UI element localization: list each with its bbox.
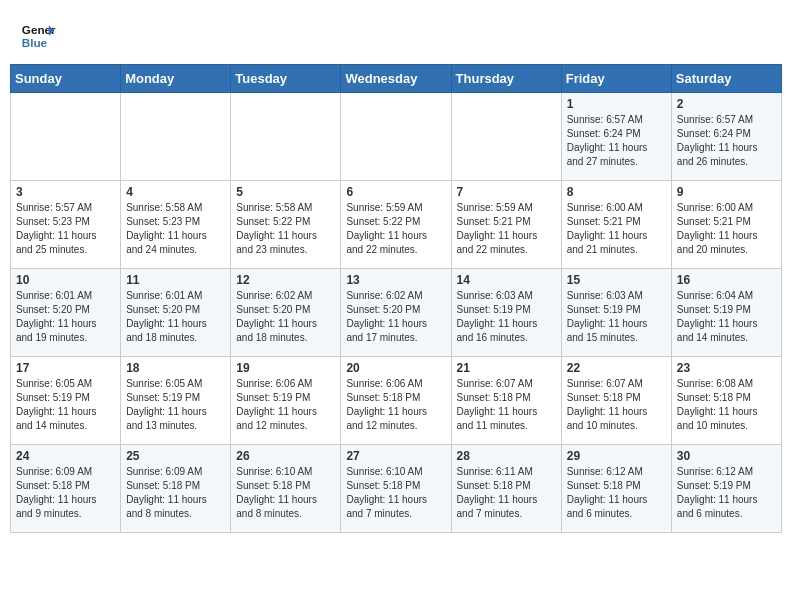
header-saturday: Saturday [671, 65, 781, 93]
calendar-cell: 17Sunrise: 6:05 AM Sunset: 5:19 PM Dayli… [11, 357, 121, 445]
cell-content: Sunrise: 6:07 AM Sunset: 5:18 PM Dayligh… [457, 377, 556, 433]
calendar-cell: 22Sunrise: 6:07 AM Sunset: 5:18 PM Dayli… [561, 357, 671, 445]
day-number: 4 [126, 185, 225, 199]
calendar-cell [231, 93, 341, 181]
day-number: 20 [346, 361, 445, 375]
calendar-cell: 29Sunrise: 6:12 AM Sunset: 5:18 PM Dayli… [561, 445, 671, 533]
calendar-cell: 2Sunrise: 6:57 AM Sunset: 6:24 PM Daylig… [671, 93, 781, 181]
day-number: 18 [126, 361, 225, 375]
calendar-cell: 25Sunrise: 6:09 AM Sunset: 5:18 PM Dayli… [121, 445, 231, 533]
day-number: 5 [236, 185, 335, 199]
day-number: 9 [677, 185, 776, 199]
cell-content: Sunrise: 5:59 AM Sunset: 5:21 PM Dayligh… [457, 201, 556, 257]
calendar-cell: 1Sunrise: 6:57 AM Sunset: 6:24 PM Daylig… [561, 93, 671, 181]
cell-content: Sunrise: 6:57 AM Sunset: 6:24 PM Dayligh… [677, 113, 776, 169]
day-number: 29 [567, 449, 666, 463]
cell-content: Sunrise: 5:57 AM Sunset: 5:23 PM Dayligh… [16, 201, 115, 257]
cell-content: Sunrise: 5:58 AM Sunset: 5:23 PM Dayligh… [126, 201, 225, 257]
header: General Blue [10, 10, 782, 58]
calendar-cell: 10Sunrise: 6:01 AM Sunset: 5:20 PM Dayli… [11, 269, 121, 357]
calendar-cell: 8Sunrise: 6:00 AM Sunset: 5:21 PM Daylig… [561, 181, 671, 269]
cell-content: Sunrise: 6:12 AM Sunset: 5:19 PM Dayligh… [677, 465, 776, 521]
calendar-cell: 18Sunrise: 6:05 AM Sunset: 5:19 PM Dayli… [121, 357, 231, 445]
cell-content: Sunrise: 6:05 AM Sunset: 5:19 PM Dayligh… [16, 377, 115, 433]
cell-content: Sunrise: 6:03 AM Sunset: 5:19 PM Dayligh… [567, 289, 666, 345]
day-number: 11 [126, 273, 225, 287]
cell-content: Sunrise: 6:02 AM Sunset: 5:20 PM Dayligh… [236, 289, 335, 345]
calendar-cell [341, 93, 451, 181]
calendar-cell: 11Sunrise: 6:01 AM Sunset: 5:20 PM Dayli… [121, 269, 231, 357]
day-number: 30 [677, 449, 776, 463]
logo-icon: General Blue [20, 18, 56, 54]
calendar-cell: 21Sunrise: 6:07 AM Sunset: 5:18 PM Dayli… [451, 357, 561, 445]
header-wednesday: Wednesday [341, 65, 451, 93]
calendar-cell: 15Sunrise: 6:03 AM Sunset: 5:19 PM Dayli… [561, 269, 671, 357]
cell-content: Sunrise: 6:11 AM Sunset: 5:18 PM Dayligh… [457, 465, 556, 521]
week-row-1: 1Sunrise: 6:57 AM Sunset: 6:24 PM Daylig… [11, 93, 782, 181]
header-monday: Monday [121, 65, 231, 93]
day-number: 7 [457, 185, 556, 199]
calendar-cell: 3Sunrise: 5:57 AM Sunset: 5:23 PM Daylig… [11, 181, 121, 269]
cell-content: Sunrise: 6:57 AM Sunset: 6:24 PM Dayligh… [567, 113, 666, 169]
cell-content: Sunrise: 6:00 AM Sunset: 5:21 PM Dayligh… [567, 201, 666, 257]
day-number: 6 [346, 185, 445, 199]
calendar-cell: 5Sunrise: 5:58 AM Sunset: 5:22 PM Daylig… [231, 181, 341, 269]
cell-content: Sunrise: 6:10 AM Sunset: 5:18 PM Dayligh… [236, 465, 335, 521]
cell-content: Sunrise: 6:09 AM Sunset: 5:18 PM Dayligh… [16, 465, 115, 521]
cell-content: Sunrise: 6:09 AM Sunset: 5:18 PM Dayligh… [126, 465, 225, 521]
calendar-table: SundayMondayTuesdayWednesdayThursdayFrid… [10, 64, 782, 533]
cell-content: Sunrise: 6:00 AM Sunset: 5:21 PM Dayligh… [677, 201, 776, 257]
day-number: 19 [236, 361, 335, 375]
cell-content: Sunrise: 6:08 AM Sunset: 5:18 PM Dayligh… [677, 377, 776, 433]
calendar-cell: 23Sunrise: 6:08 AM Sunset: 5:18 PM Dayli… [671, 357, 781, 445]
calendar-cell: 30Sunrise: 6:12 AM Sunset: 5:19 PM Dayli… [671, 445, 781, 533]
day-number: 27 [346, 449, 445, 463]
days-header-row: SundayMondayTuesdayWednesdayThursdayFrid… [11, 65, 782, 93]
day-number: 10 [16, 273, 115, 287]
calendar-cell: 7Sunrise: 5:59 AM Sunset: 5:21 PM Daylig… [451, 181, 561, 269]
day-number: 24 [16, 449, 115, 463]
week-row-4: 17Sunrise: 6:05 AM Sunset: 5:19 PM Dayli… [11, 357, 782, 445]
calendar-cell: 14Sunrise: 6:03 AM Sunset: 5:19 PM Dayli… [451, 269, 561, 357]
day-number: 21 [457, 361, 556, 375]
cell-content: Sunrise: 6:01 AM Sunset: 5:20 PM Dayligh… [126, 289, 225, 345]
cell-content: Sunrise: 6:07 AM Sunset: 5:18 PM Dayligh… [567, 377, 666, 433]
cell-content: Sunrise: 6:06 AM Sunset: 5:18 PM Dayligh… [346, 377, 445, 433]
header-tuesday: Tuesday [231, 65, 341, 93]
day-number: 28 [457, 449, 556, 463]
day-number: 1 [567, 97, 666, 111]
week-row-5: 24Sunrise: 6:09 AM Sunset: 5:18 PM Dayli… [11, 445, 782, 533]
calendar-cell: 24Sunrise: 6:09 AM Sunset: 5:18 PM Dayli… [11, 445, 121, 533]
cell-content: Sunrise: 6:12 AM Sunset: 5:18 PM Dayligh… [567, 465, 666, 521]
day-number: 3 [16, 185, 115, 199]
calendar-cell: 16Sunrise: 6:04 AM Sunset: 5:19 PM Dayli… [671, 269, 781, 357]
day-number: 13 [346, 273, 445, 287]
calendar-cell: 6Sunrise: 5:59 AM Sunset: 5:22 PM Daylig… [341, 181, 451, 269]
calendar-cell [451, 93, 561, 181]
calendar-cell: 20Sunrise: 6:06 AM Sunset: 5:18 PM Dayli… [341, 357, 451, 445]
day-number: 26 [236, 449, 335, 463]
calendar-cell: 28Sunrise: 6:11 AM Sunset: 5:18 PM Dayli… [451, 445, 561, 533]
cell-content: Sunrise: 6:02 AM Sunset: 5:20 PM Dayligh… [346, 289, 445, 345]
cell-content: Sunrise: 6:05 AM Sunset: 5:19 PM Dayligh… [126, 377, 225, 433]
day-number: 8 [567, 185, 666, 199]
logo: General Blue [20, 18, 56, 54]
header-thursday: Thursday [451, 65, 561, 93]
cell-content: Sunrise: 5:58 AM Sunset: 5:22 PM Dayligh… [236, 201, 335, 257]
day-number: 17 [16, 361, 115, 375]
week-row-2: 3Sunrise: 5:57 AM Sunset: 5:23 PM Daylig… [11, 181, 782, 269]
cell-content: Sunrise: 6:10 AM Sunset: 5:18 PM Dayligh… [346, 465, 445, 521]
svg-text:Blue: Blue [22, 36, 48, 49]
cell-content: Sunrise: 6:01 AM Sunset: 5:20 PM Dayligh… [16, 289, 115, 345]
day-number: 2 [677, 97, 776, 111]
header-friday: Friday [561, 65, 671, 93]
week-row-3: 10Sunrise: 6:01 AM Sunset: 5:20 PM Dayli… [11, 269, 782, 357]
day-number: 16 [677, 273, 776, 287]
calendar-cell: 27Sunrise: 6:10 AM Sunset: 5:18 PM Dayli… [341, 445, 451, 533]
day-number: 23 [677, 361, 776, 375]
cell-content: Sunrise: 6:03 AM Sunset: 5:19 PM Dayligh… [457, 289, 556, 345]
day-number: 25 [126, 449, 225, 463]
day-number: 15 [567, 273, 666, 287]
header-sunday: Sunday [11, 65, 121, 93]
cell-content: Sunrise: 6:06 AM Sunset: 5:19 PM Dayligh… [236, 377, 335, 433]
